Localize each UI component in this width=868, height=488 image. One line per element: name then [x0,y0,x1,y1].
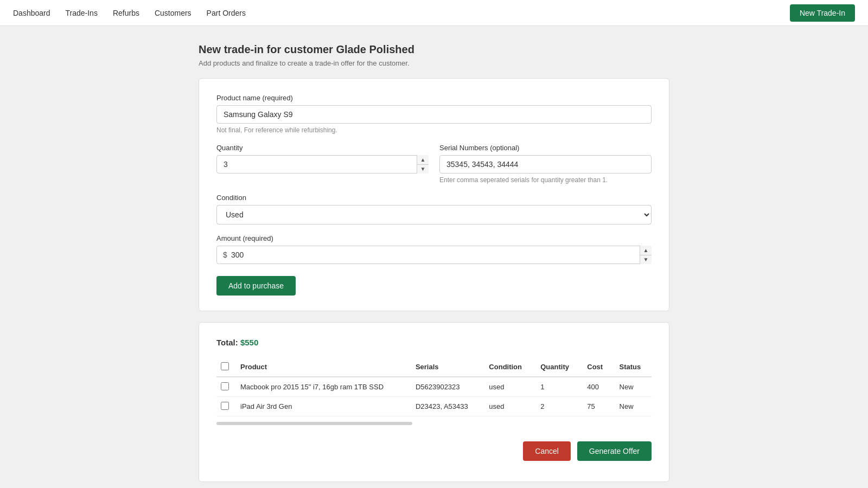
total-text: Total: [216,338,238,347]
table-body: Macbook pro 2015 15" i7, 16gb ram 1TB SS… [216,377,652,416]
quantity-spinner: ▲ ▼ [216,155,429,174]
serial-group: Serial Numbers (optional) Enter comma se… [439,144,652,184]
row-quantity: 2 [534,397,580,416]
quantity-input[interactable] [216,155,429,174]
row-quantity: 1 [534,377,580,397]
quantity-spinner-btns: ▲ ▼ [417,155,429,174]
quantity-label: Quantity [216,144,429,152]
products-table: Product Serials Condition Quantity Cost … [216,358,652,416]
th-product: Product [234,358,409,377]
new-tradein-button[interactable]: New Trade-In [790,4,855,22]
total-label: Total: $550 [216,338,652,347]
total-amount: $550 [240,338,258,347]
nav-trade-ins[interactable]: Trade-Ins [66,9,98,17]
condition-label: Condition [216,194,652,202]
main-content: New trade-in for customer Glade Polished… [190,43,678,482]
row-condition: used [482,397,534,416]
serial-input[interactable] [439,155,652,174]
row-status: New [613,377,652,397]
generate-offer-button[interactable]: Generate Offer [577,441,652,461]
row-checkbox-0[interactable] [221,382,229,390]
nav-links: Dashboard Trade-Ins Refurbs Customers Pa… [13,9,246,17]
add-to-purchase-button[interactable]: Add to purchase [216,276,296,296]
page-title: New trade-in for customer Glade Polished [199,43,669,56]
select-all-checkbox[interactable] [221,362,229,370]
row-checkbox-cell [216,377,234,397]
row-serials: D23423, A53433 [409,397,482,416]
condition-select[interactable]: New Used Refurbished Broken [216,205,652,224]
amount-spinner-btns: ▲ ▼ [640,246,652,264]
product-name-input[interactable] [216,105,652,124]
row-cost: 400 [580,377,612,397]
nav-part-orders[interactable]: Part Orders [207,9,246,17]
row-checkbox-cell [216,397,234,416]
table-row: Macbook pro 2015 15" i7, 16gb ram 1TB SS… [216,377,652,397]
row-product: iPad Air 3rd Gen [234,397,409,416]
row-status: New [613,397,652,416]
quantity-up-btn[interactable]: ▲ [417,155,429,165]
amount-label: Amount (required) [216,234,652,242]
table-row: iPad Air 3rd Gen D23423, A53433 used 2 7… [216,397,652,416]
summary-card: Total: $550 Product Serials Condition Qu… [199,322,669,482]
th-status: Status [613,358,652,377]
nav-dashboard[interactable]: Dashboard [13,9,50,17]
condition-group: Condition New Used Refurbished Broken [216,194,652,224]
amount-input[interactable] [216,246,652,264]
footer-actions: Cancel Generate Offer [216,441,652,466]
products-table-container: Product Serials Condition Quantity Cost … [216,358,652,431]
row-condition: used [482,377,534,397]
th-serials: Serials [409,358,482,377]
product-name-label: Product name (required) [216,94,652,102]
row-checkbox-1[interactable] [221,402,229,410]
cancel-button[interactable]: Cancel [523,441,571,461]
row-serials: D5623902323 [409,377,482,397]
product-name-group: Product name (required) Not final, For r… [216,94,652,134]
amount-spinner: $ ▲ ▼ [216,246,652,264]
serial-hint: Enter comma seperated serials for quanti… [439,176,652,184]
nav-refurbs[interactable]: Refurbs [113,9,139,17]
quantity-serial-row: Quantity ▲ ▼ Serial Numbers (optional) E… [216,144,652,194]
row-cost: 75 [580,397,612,416]
form-card: Product name (required) Not final, For r… [199,78,669,311]
quantity-group: Quantity ▲ ▼ [216,144,429,184]
row-product: Macbook pro 2015 15" i7, 16gb ram 1TB SS… [234,377,409,397]
th-quantity: Quantity [534,358,580,377]
navbar: Dashboard Trade-Ins Refurbs Customers Pa… [0,0,868,26]
serial-label: Serial Numbers (optional) [439,144,652,152]
page-subtitle: Add products and finalize to create a tr… [199,59,669,67]
table-scrollbar[interactable] [216,422,412,425]
table-header-row: Product Serials Condition Quantity Cost … [216,358,652,377]
amount-down-btn[interactable]: ▼ [640,255,652,265]
amount-up-btn[interactable]: ▲ [640,246,652,255]
quantity-down-btn[interactable]: ▼ [417,165,429,174]
th-checkbox [216,358,234,377]
amount-group: Amount (required) $ ▲ ▼ [216,234,652,264]
th-condition: Condition [482,358,534,377]
product-name-hint: Not final, For reference while refurbish… [216,126,652,134]
th-cost: Cost [580,358,612,377]
nav-customers[interactable]: Customers [155,9,192,17]
